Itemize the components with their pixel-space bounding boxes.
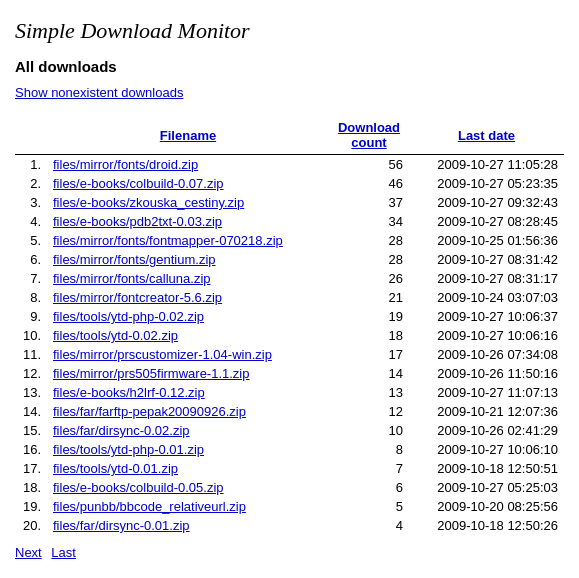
table-row: 2.files/e-books/colbuild-0.07.zip462009-… [15,174,564,193]
row-number: 7. [15,269,47,288]
row-filename: files/mirror/prscustomizer-1.04-win.zip [47,345,329,364]
filename-link[interactable]: files/mirror/fonts/gentium.zip [53,252,216,267]
table-row: 17.files/tools/ytd-0.01.zip72009-10-18 1… [15,459,564,478]
filename-link[interactable]: files/mirror/fonts/droid.zip [53,157,198,172]
col-num [15,116,47,155]
count-sort-link[interactable]: Download count [338,120,400,150]
row-date: 2009-10-27 09:32:43 [409,193,564,212]
row-date: 2009-10-20 08:25:56 [409,497,564,516]
row-number: 9. [15,307,47,326]
row-number: 19. [15,497,47,516]
row-count: 18 [329,326,409,345]
show-nonexistent-link[interactable]: Show nonexistent downloads [15,85,564,100]
row-date: 2009-10-27 08:28:45 [409,212,564,231]
table-row: 3.files/e-books/zkouska_cestiny.zip37200… [15,193,564,212]
row-number: 2. [15,174,47,193]
row-count: 14 [329,364,409,383]
row-filename: files/e-books/colbuild-0.07.zip [47,174,329,193]
col-count: Download count [329,116,409,155]
downloads-table: Filename Download count Last date 1.file… [15,116,564,535]
filename-link[interactable]: files/mirror/fontcreator-5.6.zip [53,290,222,305]
row-filename: files/tools/ytd-php-0.01.zip [47,440,329,459]
row-filename: files/mirror/fontcreator-5.6.zip [47,288,329,307]
filename-link[interactable]: files/punbb/bbcode_relativeurl.zip [53,499,246,514]
row-date: 2009-10-27 05:25:03 [409,478,564,497]
row-count: 12 [329,402,409,421]
filename-link[interactable]: files/tools/ytd-0.02.zip [53,328,178,343]
filename-link[interactable]: files/mirror/fonts/fontmapper-070218.zip [53,233,283,248]
row-number: 20. [15,516,47,535]
row-count: 34 [329,212,409,231]
row-count: 28 [329,231,409,250]
table-row: 12.files/mirror/prs505firmware-1.1.zip14… [15,364,564,383]
row-number: 18. [15,478,47,497]
filename-link[interactable]: files/e-books/pdb2txt-0.03.zip [53,214,222,229]
row-date: 2009-10-26 02:41:29 [409,421,564,440]
row-date: 2009-10-18 12:50:26 [409,516,564,535]
row-filename: files/e-books/colbuild-0.05.zip [47,478,329,497]
row-filename: files/mirror/fonts/calluna.zip [47,269,329,288]
filename-link[interactable]: files/tools/ytd-php-0.02.zip [53,309,204,324]
row-filename: files/mirror/fonts/gentium.zip [47,250,329,269]
filename-link[interactable]: files/e-books/colbuild-0.05.zip [53,480,224,495]
section-title: All downloads [15,58,564,75]
next-link[interactable]: Next [15,545,42,560]
row-date: 2009-10-27 11:05:28 [409,155,564,175]
table-row: 8.files/mirror/fontcreator-5.6.zip212009… [15,288,564,307]
table-row: 9.files/tools/ytd-php-0.02.zip192009-10-… [15,307,564,326]
filename-link[interactable]: files/mirror/prs505firmware-1.1.zip [53,366,250,381]
row-count: 8 [329,440,409,459]
row-date: 2009-10-27 08:31:17 [409,269,564,288]
col-filename: Filename [47,116,329,155]
last-link[interactable]: Last [51,545,76,560]
table-row: 10.files/tools/ytd-0.02.zip182009-10-27 … [15,326,564,345]
row-filename: files/far/dirsync-0.01.zip [47,516,329,535]
row-count: 17 [329,345,409,364]
row-count: 21 [329,288,409,307]
row-count: 28 [329,250,409,269]
row-count: 6 [329,478,409,497]
filename-sort-link[interactable]: Filename [160,128,216,143]
table-row: 18.files/e-books/colbuild-0.05.zip62009-… [15,478,564,497]
table-row: 19.files/punbb/bbcode_relativeurl.zip520… [15,497,564,516]
filename-link[interactable]: files/far/dirsync-0.01.zip [53,518,190,533]
row-count: 5 [329,497,409,516]
row-filename: files/tools/ytd-0.01.zip [47,459,329,478]
table-row: 5.files/mirror/fonts/fontmapper-070218.z… [15,231,564,250]
filename-link[interactable]: files/mirror/prscustomizer-1.04-win.zip [53,347,272,362]
row-count: 56 [329,155,409,175]
row-date: 2009-10-27 05:23:35 [409,174,564,193]
row-date: 2009-10-26 07:34:08 [409,345,564,364]
table-row: 13.files/e-books/h2lrf-0.12.zip132009-10… [15,383,564,402]
row-filename: files/far/farftp-pepak20090926.zip [47,402,329,421]
row-count: 37 [329,193,409,212]
filename-link[interactable]: files/far/dirsync-0.02.zip [53,423,190,438]
row-date: 2009-10-18 12:50:51 [409,459,564,478]
row-date: 2009-10-27 10:06:37 [409,307,564,326]
date-sort-link[interactable]: Last date [458,128,515,143]
row-number: 11. [15,345,47,364]
row-number: 10. [15,326,47,345]
filename-link[interactable]: files/e-books/zkouska_cestiny.zip [53,195,244,210]
row-number: 13. [15,383,47,402]
row-filename: files/e-books/pdb2txt-0.03.zip [47,212,329,231]
filename-link[interactable]: files/e-books/h2lrf-0.12.zip [53,385,205,400]
row-number: 16. [15,440,47,459]
row-count: 26 [329,269,409,288]
filename-link[interactable]: files/e-books/colbuild-0.07.zip [53,176,224,191]
row-filename: files/e-books/zkouska_cestiny.zip [47,193,329,212]
table-row: 20.files/far/dirsync-0.01.zip42009-10-18… [15,516,564,535]
table-row: 6.files/mirror/fonts/gentium.zip282009-1… [15,250,564,269]
row-filename: files/mirror/fonts/droid.zip [47,155,329,175]
row-number: 17. [15,459,47,478]
filename-link[interactable]: files/tools/ytd-php-0.01.zip [53,442,204,457]
row-date: 2009-10-25 01:56:36 [409,231,564,250]
filename-link[interactable]: files/mirror/fonts/calluna.zip [53,271,211,286]
filename-link[interactable]: files/tools/ytd-0.01.zip [53,461,178,476]
row-count: 19 [329,307,409,326]
row-date: 2009-10-27 11:07:13 [409,383,564,402]
row-count: 4 [329,516,409,535]
row-number: 1. [15,155,47,175]
filename-link[interactable]: files/far/farftp-pepak20090926.zip [53,404,246,419]
table-row: 4.files/e-books/pdb2txt-0.03.zip342009-1… [15,212,564,231]
